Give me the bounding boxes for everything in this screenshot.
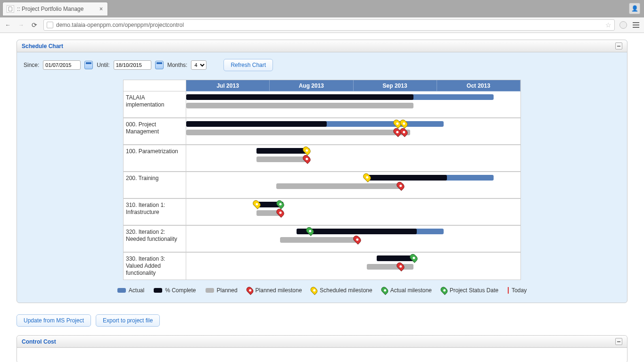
- address-bar[interactable]: demo.talaia-openppm.com/openppm/projectc…: [43, 19, 615, 31]
- gantt-row: 310. Iteration 1: Infrastructure: [124, 198, 520, 225]
- month-header: Sep 2013: [354, 80, 437, 91]
- gantt-row: 330. Iteration 3: Valued Added functiona…: [124, 252, 520, 280]
- legend-planned-swatch: [206, 288, 214, 293]
- panel-title: Schedule Chart: [22, 43, 63, 49]
- legend-actual-ms-icon: [380, 286, 389, 295]
- milestone-actual-icon: [275, 199, 285, 209]
- gantt-track: [186, 145, 520, 171]
- since-label: Since:: [24, 62, 39, 68]
- until-input[interactable]: [114, 60, 151, 70]
- page-content: Schedule Chart Since: Until: Months: 4 R…: [0, 33, 644, 362]
- reload-button[interactable]: ⟳: [30, 21, 39, 29]
- bar-complete: [186, 121, 327, 127]
- forward-button[interactable]: →: [17, 21, 25, 29]
- legend-label: Actual: [129, 287, 144, 294]
- page-favicon: [7, 5, 14, 13]
- month-header: Jul 2013: [186, 80, 270, 91]
- profile-icon[interactable]: 👤: [629, 3, 640, 14]
- schedule-chart-panel: Schedule Chart Since: Until: Months: 4 R…: [17, 40, 627, 303]
- since-input[interactable]: [43, 60, 81, 70]
- legend-label: % Complete: [165, 287, 196, 294]
- legend-label: Planned milestone: [256, 287, 302, 294]
- milestone-planned-icon: [302, 154, 312, 164]
- month-header: Oct 2013: [437, 80, 520, 91]
- task-name: 310. Iteration 1: Infrastructure: [124, 199, 186, 225]
- gantt-chart: Jul 2013Aug 2013Sep 2013Oct 2013 TALAIA …: [123, 80, 521, 280]
- task-name: 330. Iteration 3: Valued Added functiona…: [124, 253, 186, 280]
- task-name: 320. Iteration 2: Needed functionality: [124, 226, 186, 252]
- menu-icon[interactable]: [632, 21, 640, 29]
- bar-complete: [186, 94, 413, 100]
- bar-planned: [276, 183, 403, 189]
- gantt-row: 200. Training: [124, 171, 520, 198]
- bar-planned: [186, 130, 410, 135]
- bar-planned: [256, 156, 310, 162]
- browser-tab[interactable]: :: Project Portfolio Manage ×: [3, 2, 107, 16]
- milestone-planned-icon: [395, 261, 405, 272]
- bar-planned: [280, 237, 360, 243]
- refresh-chart-button[interactable]: Refresh Chart: [223, 59, 273, 71]
- legend-label: Project Status Date: [450, 287, 498, 294]
- calendar-icon[interactable]: [84, 61, 93, 69]
- export-project-file-button[interactable]: Export to project file: [96, 314, 160, 327]
- milestone-planned-icon: [352, 234, 362, 245]
- milestone-planned-icon: [395, 181, 405, 191]
- gantt-track: [186, 253, 520, 280]
- browser-toolbar: ← → ⟳ demo.talaia-openppm.com/openppm/pr…: [0, 17, 644, 33]
- collapse-icon[interactable]: [615, 338, 622, 345]
- bar-complete: [256, 148, 306, 154]
- milestone-scheduled-icon: [398, 118, 409, 129]
- gantt-track: [186, 91, 520, 117]
- milestone-scheduled-icon: [362, 172, 372, 182]
- update-ms-project-button[interactable]: Update from MS Project: [17, 314, 91, 327]
- milestone-planned-icon: [398, 127, 409, 137]
- task-name: 200. Training: [124, 172, 186, 198]
- browser-tabstrip: :: Project Portfolio Manage × 👤: [0, 0, 644, 17]
- milestone-scheduled-icon: [302, 145, 312, 156]
- calendar-icon[interactable]: [155, 61, 164, 69]
- bookmark-icon[interactable]: ☆: [605, 21, 611, 29]
- gantt-track: [186, 118, 520, 144]
- milestone-actual-icon: [409, 253, 419, 263]
- page-icon: [47, 22, 53, 28]
- legend-label: Scheduled milestone: [320, 287, 372, 294]
- back-button[interactable]: ←: [4, 21, 12, 29]
- gantt-track: [186, 199, 520, 225]
- task-name: 100. Parametrization: [124, 145, 186, 171]
- gantt-track: [186, 172, 520, 198]
- legend-actual-swatch: [117, 288, 126, 293]
- months-label: Months:: [167, 62, 188, 68]
- legend-label: Today: [512, 287, 527, 294]
- until-label: Until:: [97, 62, 109, 68]
- legend-today-icon: [508, 287, 509, 294]
- close-tab-icon[interactable]: ×: [99, 6, 104, 12]
- gantt-track: [186, 226, 520, 252]
- milestone-actual-icon: [305, 226, 315, 236]
- legend-label: Actual milestone: [390, 287, 432, 294]
- task-name: 000. Project Management: [124, 118, 186, 144]
- month-header: Aug 2013: [270, 80, 353, 91]
- bar-complete: [297, 229, 417, 234]
- legend-complete-swatch: [154, 288, 162, 293]
- control-cost-panel: Control Cost: [17, 335, 627, 362]
- tab-title: :: Project Portfolio Manage: [17, 6, 99, 12]
- legend-planned-ms-icon: [245, 286, 255, 295]
- collapse-icon[interactable]: [615, 42, 622, 49]
- extension-icon[interactable]: [619, 21, 627, 29]
- gantt-row: 100. Parametrization: [124, 144, 520, 171]
- task-name: TALAIA implementation: [124, 91, 186, 117]
- gantt-row: 320. Iteration 2: Needed functionality: [124, 225, 520, 252]
- gantt-row: TALAIA implementation: [124, 91, 520, 117]
- legend-status-date-icon: [439, 286, 449, 295]
- filter-bar: Since: Until: Months: 4 Refresh Chart: [24, 59, 620, 71]
- milestone-scheduled-icon: [251, 199, 262, 209]
- months-select[interactable]: 4: [191, 60, 206, 70]
- bar-complete: [377, 255, 413, 261]
- panel-header: Schedule Chart: [17, 40, 627, 52]
- milestone-planned-icon: [275, 207, 285, 218]
- action-bar: Update from MS Project Export to project…: [17, 314, 627, 327]
- gantt-row: 000. Project Management: [124, 117, 520, 144]
- bar-planned: [186, 103, 413, 108]
- legend: Actual % Complete Planned Planned milest…: [24, 287, 620, 294]
- bar-planned: [367, 264, 413, 270]
